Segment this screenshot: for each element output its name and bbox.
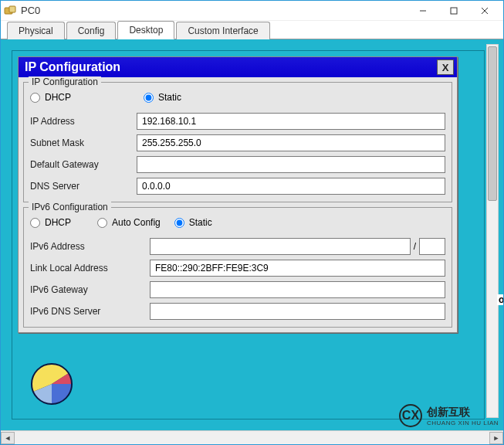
ip-address-input[interactable]	[137, 113, 445, 130]
close-button[interactable]	[469, 2, 500, 20]
svg-rect-3	[451, 8, 457, 14]
titlebar: PC0	[1, 1, 503, 21]
window-title: PC0	[21, 5, 408, 16]
ipv6-legend: IPv6 Configuration	[29, 202, 111, 212]
ipv4-dhcp-option[interactable]: DHCP	[30, 92, 71, 103]
ipv4-static-option[interactable]: Static	[144, 92, 181, 103]
default-gateway-input[interactable]	[137, 156, 445, 173]
default-gateway-label: Default Gateway	[30, 159, 137, 170]
ipv6-gateway-label: IPv6 Gateway	[30, 284, 150, 295]
ipv6-dns-label: IPv6 DNS Server	[30, 306, 150, 317]
ipv6-address-input[interactable]	[150, 238, 411, 255]
ipv6-dns-input[interactable]	[150, 303, 445, 320]
ipv6-auto-option[interactable]: Auto Config	[97, 217, 161, 228]
link-local-input[interactable]	[150, 260, 445, 277]
ipv6-dhcp-label: DHCP	[45, 217, 71, 228]
ipv4-static-label: Static	[158, 92, 181, 103]
tab-bar: Physical Config Desktop Custom Interface	[1, 21, 503, 39]
desktop-panel: IP Configuration X IP Configuration DHCP…	[1, 39, 503, 430]
ipv6-dhcp-option[interactable]: DHCP	[30, 217, 71, 228]
link-local-label: Link Local Address	[30, 263, 150, 273]
ipv6-address-label: IPv6 Address	[30, 241, 150, 252]
ipv6-dhcp-radio[interactable]	[30, 218, 40, 228]
watermark: CX 创新互联 CHUANG XIN HU LIAN	[399, 404, 499, 427]
scrollbar-thumb[interactable]	[488, 46, 497, 201]
ipv6-auto-label: Auto Config	[112, 217, 161, 228]
watermark-sub: CHUANG XIN HU LIAN	[427, 420, 499, 426]
ipv4-dhcp-label: DHCP	[45, 92, 71, 103]
ipv4-static-radio[interactable]	[144, 93, 154, 103]
ipv4-legend: IP Configuration	[29, 76, 101, 87]
dialog-close-button[interactable]: X	[437, 59, 454, 75]
scroll-left-arrow[interactable]: ◄	[1, 432, 15, 444]
ipv4-mode-row: DHCP Static	[29, 89, 447, 110]
ipv6-auto-radio[interactable]	[97, 218, 107, 228]
dns-server-input[interactable]	[137, 178, 445, 195]
scroll-right-arrow[interactable]: ►	[489, 432, 503, 444]
ipv6-group: IPv6 Configuration DHCP Auto Config Stat…	[23, 207, 452, 328]
svg-rect-1	[9, 6, 15, 12]
pie-chart-icon	[29, 358, 78, 407]
minimize-button[interactable]	[408, 2, 438, 20]
ip-address-label: IP Address	[30, 116, 137, 127]
app-icon	[4, 5, 16, 17]
ipv6-gateway-input[interactable]	[150, 281, 445, 298]
subnet-mask-input[interactable]	[137, 134, 445, 151]
tab-config[interactable]: Config	[66, 22, 117, 39]
ipv4-dhcp-radio[interactable]	[30, 93, 40, 103]
watermark-logo-icon: CX	[399, 404, 422, 427]
dialog-title: IP Configuration	[25, 60, 437, 74]
ipv6-mode-row: DHCP Auto Config Static	[29, 214, 447, 236]
ipv6-prefix-separator: /	[411, 241, 419, 252]
ipv6-static-label: Static	[189, 217, 212, 228]
ipv6-static-radio[interactable]	[174, 218, 184, 228]
horizontal-scrollbar[interactable]: ◄ ►	[1, 430, 503, 444]
ipv4-group: IP Configuration DHCP Static IP Address	[23, 82, 452, 202]
tab-physical[interactable]: Physical	[7, 22, 65, 39]
ip-config-dialog: IP Configuration X IP Configuration DHCP…	[18, 56, 458, 333]
app-window: PC0 Physical Config Desktop Custom Inter…	[0, 0, 504, 445]
dns-server-label: DNS Server	[30, 181, 137, 192]
scroll-track[interactable]	[15, 432, 489, 444]
tab-desktop[interactable]: Desktop	[117, 21, 174, 39]
dialog-titlebar: IP Configuration X	[19, 57, 457, 77]
ipv6-prefix-input[interactable]	[419, 238, 445, 255]
subnet-mask-label: Subnet Mask	[30, 138, 137, 148]
maximize-button[interactable]	[438, 2, 469, 20]
side-label: or	[497, 294, 503, 305]
vertical-scrollbar[interactable]	[486, 44, 499, 418]
ipv6-static-option[interactable]: Static	[174, 217, 212, 228]
tab-custom-interface[interactable]: Custom Interface	[176, 22, 269, 39]
watermark-brand: 创新互联	[427, 406, 499, 420]
